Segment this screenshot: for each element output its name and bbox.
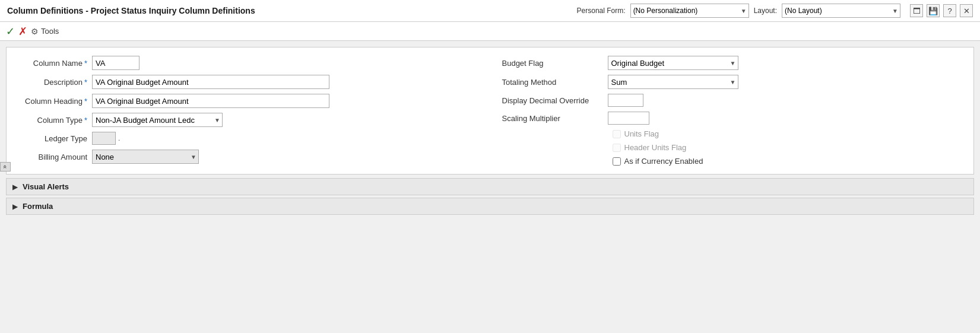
side-collapse-icon: « <box>2 164 9 168</box>
totaling-method-label: Totaling Method <box>502 78 603 87</box>
side-collapse-button[interactable]: « <box>0 161 11 171</box>
column-name-row: Column Name* <box>16 56 478 70</box>
visual-alerts-arrow-icon: ▶ <box>12 183 18 191</box>
form-grid: Column Name* Description* Column Heading… <box>16 56 964 166</box>
column-heading-row: Column Heading* <box>16 94 478 108</box>
personal-form-label: Personal Form: <box>577 7 626 15</box>
personal-form-select[interactable]: (No Personalization) <box>630 4 749 18</box>
units-flag-label: Units Flag <box>624 129 659 138</box>
units-flag-row: Units Flag <box>502 129 965 138</box>
billing-amount-label: Billing Amount <box>16 153 87 161</box>
toolbar: ✓ ✗ ⚙ Tools <box>0 22 980 41</box>
save-button[interactable]: ✓ <box>6 25 15 38</box>
as-if-currency-checkbox[interactable] <box>613 157 621 166</box>
form-left: Column Name* Description* Column Heading… <box>16 56 478 166</box>
scaling-multiplier-label: Scaling Multiplier <box>502 114 603 123</box>
header-units-flag-checkbox[interactable] <box>613 144 621 152</box>
column-type-required: * <box>84 116 87 125</box>
form-right: Budget Flag Original Budget ▼ Totaling M… <box>502 56 965 166</box>
column-type-select-wrapper[interactable]: Non-JA Budget Amount Ledc ▼ <box>92 113 223 127</box>
column-heading-required: * <box>84 97 87 106</box>
formula-title: Formula <box>23 202 53 211</box>
ledger-type-label: Ledger Type <box>16 134 87 143</box>
as-if-currency-checkbox-row: As if Currency Enabled <box>608 157 703 166</box>
billing-amount-row: Billing Amount None ▼ <box>16 150 478 164</box>
column-type-label: Column Type* <box>16 116 87 125</box>
layout-select-wrapper[interactable]: (No Layout) ▼ <box>782 4 900 18</box>
main-content: Column Name* Description* Column Heading… <box>0 41 980 223</box>
tools-label: Tools <box>41 27 59 36</box>
layout-select[interactable]: (No Layout) <box>782 4 900 18</box>
description-row: Description* <box>16 75 478 89</box>
column-name-label: Column Name* <box>16 59 87 68</box>
column-name-input[interactable] <box>92 56 139 70</box>
as-if-currency-row: As if Currency Enabled <box>502 157 965 166</box>
title-bar: Column Definitions - Project Status Inqu… <box>0 0 980 22</box>
window-icon[interactable]: 🗖 <box>910 4 923 17</box>
title-bar-icon-group: 🗖 💾 ? ✕ <box>910 4 973 17</box>
description-input[interactable] <box>92 75 329 89</box>
budget-flag-row: Budget Flag Original Budget ▼ <box>502 56 965 70</box>
column-name-required: * <box>84 59 87 68</box>
form-panel: Column Name* Description* Column Heading… <box>6 47 974 175</box>
formula-section[interactable]: ▶ Formula <box>6 198 974 215</box>
cancel-button[interactable]: ✗ <box>18 25 27 38</box>
title-bar-controls: Personal Form: (No Personalization) ▼ La… <box>577 4 973 18</box>
ledger-type-row: Ledger Type . <box>16 132 478 145</box>
scaling-multiplier-row: Scaling Multiplier <box>502 112 965 125</box>
page-title: Column Definitions - Project Status Inqu… <box>7 6 255 15</box>
budget-flag-select-wrapper[interactable]: Original Budget ▼ <box>608 56 738 70</box>
visual-alerts-title: Visual Alerts <box>23 182 69 191</box>
tools-menu[interactable]: ⚙ Tools <box>31 27 59 36</box>
billing-amount-select-wrapper[interactable]: None ▼ <box>92 150 199 164</box>
close-icon[interactable]: ✕ <box>960 4 973 17</box>
column-type-select[interactable]: Non-JA Budget Amount Ledc <box>92 113 223 127</box>
column-heading-input[interactable] <box>92 94 329 108</box>
budget-flag-label: Budget Flag <box>502 59 603 68</box>
scaling-multiplier-input[interactable] <box>608 112 649 125</box>
units-flag-checkbox-row: Units Flag <box>608 129 659 138</box>
totaling-method-select[interactable]: Sum <box>608 75 738 89</box>
ledger-box <box>92 132 116 145</box>
gear-icon: ⚙ <box>31 27 39 36</box>
display-decimal-label: Display Decimal Override <box>502 96 603 105</box>
totaling-method-select-wrapper[interactable]: Sum ▼ <box>608 75 738 89</box>
totaling-method-row: Totaling Method Sum ▼ <box>502 75 965 89</box>
column-heading-label: Column Heading* <box>16 97 87 106</box>
display-decimal-input[interactable] <box>608 94 643 107</box>
layout-label: Layout: <box>754 7 777 15</box>
as-if-currency-label: As if Currency Enabled <box>624 157 703 166</box>
save-disk-icon[interactable]: 💾 <box>927 4 940 17</box>
formula-arrow-icon: ▶ <box>12 202 18 211</box>
personal-form-select-wrapper[interactable]: (No Personalization) ▼ <box>630 4 749 18</box>
header-units-flag-label: Header Units Flag <box>624 143 687 152</box>
billing-amount-select[interactable]: None <box>92 150 199 164</box>
header-units-flag-row: Header Units Flag <box>502 143 965 152</box>
display-decimal-row: Display Decimal Override <box>502 94 965 107</box>
ledger-type-controls: . <box>92 132 120 145</box>
header-units-flag-checkbox-row: Header Units Flag <box>608 143 687 152</box>
description-label: Description* <box>16 78 87 87</box>
column-type-row: Column Type* Non-JA Budget Amount Ledc ▼ <box>16 113 478 127</box>
units-flag-checkbox[interactable] <box>613 130 621 138</box>
budget-flag-select[interactable]: Original Budget <box>608 56 738 70</box>
ledger-dot: . <box>118 134 120 142</box>
description-required: * <box>84 78 87 87</box>
visual-alerts-section[interactable]: ▶ Visual Alerts <box>6 178 974 195</box>
help-icon[interactable]: ? <box>943 4 956 17</box>
